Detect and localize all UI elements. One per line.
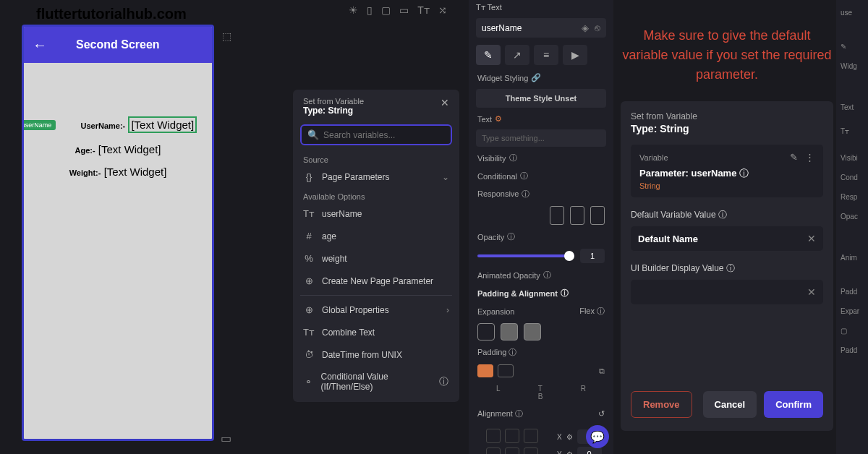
text-icon[interactable]: Tᴛ	[417, 4, 430, 16]
phone-icon[interactable]: ▯	[367, 4, 373, 16]
padding-row: Padding ⓘ	[469, 343, 613, 361]
x-label: X	[557, 433, 562, 441]
opacity-slider[interactable]	[477, 254, 574, 257]
tab-play[interactable]: ▶	[563, 45, 587, 65]
info-icon: ⓘ	[522, 189, 529, 198]
responsive-phone-toggle[interactable]	[550, 206, 564, 225]
align-ml[interactable]	[486, 447, 501, 454]
info-icon: ⓘ	[509, 348, 516, 356]
default-value-label: Default Variable Value ⓘ	[631, 209, 823, 221]
option-age[interactable]: #age	[293, 225, 459, 247]
field-label: Weight:-	[69, 168, 101, 177]
row-label: DateTime from UNIX	[322, 350, 402, 360]
available-header: Available Options	[293, 188, 459, 202]
desktop-icon[interactable]: ▭	[399, 4, 409, 16]
ui-display-label: UI Builder Display Value ⓘ	[631, 262, 823, 275]
var-icon[interactable]: ⚙	[566, 433, 573, 441]
diamond-icon[interactable]: ◈	[582, 22, 589, 33]
expansion-option-1[interactable]	[477, 323, 495, 340]
widget-name-input-wrap[interactable]: ◈⎋	[476, 18, 606, 38]
option-weight[interactable]: %weight	[293, 247, 459, 270]
branch-icon[interactable]: ⤭	[438, 4, 447, 16]
alignment-grid[interactable]	[477, 426, 547, 454]
option-username[interactable]: TᴛuserName	[293, 202, 459, 225]
clear-icon[interactable]: ✕	[807, 286, 816, 298]
tablet-icon[interactable]: ▢	[381, 4, 391, 16]
ui-display-input-wrap[interactable]: ✕	[631, 280, 823, 304]
alignment-row: Alignment ⓘ ↺	[469, 405, 613, 423]
tab-style[interactable]: ✎	[476, 45, 501, 65]
global-properties-row[interactable]: ⊕Global Properties›	[293, 299, 459, 321]
combine-text-row[interactable]: TᴛCombine Text	[293, 321, 459, 343]
text-widget-selected[interactable]: [Text Widget]	[128, 116, 197, 133]
sun-icon[interactable]: ☀	[349, 4, 358, 16]
row-label: Page Parameters	[322, 172, 389, 182]
slider-thumb[interactable]	[564, 251, 574, 261]
expansion-option-2[interactable]	[501, 323, 518, 340]
properties-panel: Tᴛ Text ◈⎋ ✎ ↗ ≡ ▶ Widget Styling🔗 Theme…	[469, 0, 613, 454]
page-parameters-row[interactable]: {} Page Parameters ⌄	[293, 166, 459, 188]
popup-subtitle: Set from Variable	[303, 97, 364, 106]
visibility-label: Visibilityⓘ	[469, 149, 613, 167]
conditional-label: Conditionalⓘ	[469, 167, 613, 185]
opacity-value[interactable]: 1	[580, 249, 605, 263]
search-wrap[interactable]: 🔍	[300, 124, 452, 145]
back-icon[interactable]: ←	[33, 37, 47, 53]
responsive-tablet-toggle[interactable]	[570, 206, 584, 225]
var-icon[interactable]: ⚙	[566, 450, 573, 455]
animated-opacity-label: Animated Opacityⓘ	[469, 266, 613, 284]
search-input[interactable]	[323, 130, 445, 140]
align-tc[interactable]	[505, 429, 519, 443]
popup-subtitle: Set from Variable	[631, 111, 823, 121]
align-tl[interactable]	[486, 429, 501, 443]
datetime-unix-row[interactable]: ⏱DateTime from UNIX	[293, 343, 459, 366]
link-icon[interactable]: ⬚	[222, 30, 231, 42]
more-icon[interactable]: ⋮	[805, 152, 814, 163]
ui-display-input[interactable]	[638, 287, 807, 298]
option-create-new[interactable]: ⊕Create New Page Parameter	[293, 270, 459, 292]
appbar: ← Second Screen	[24, 27, 212, 63]
link-icon[interactable]: 🔗	[531, 73, 541, 82]
tab-layout[interactable]: ≡	[534, 45, 558, 65]
copy-icon[interactable]: ⧉	[599, 367, 605, 376]
expansion-label: Expansion	[477, 307, 514, 316]
tab-actions[interactable]: ↗	[505, 45, 529, 65]
hash-icon: #	[303, 231, 315, 241]
row-label: Conditional Value (If/Then/Else)	[321, 372, 432, 392]
appbar-title: Second Screen	[76, 38, 160, 51]
default-value-input[interactable]	[638, 234, 807, 244]
info-icon: ⓘ	[726, 263, 735, 273]
option-label: weight	[322, 254, 347, 264]
export-icon[interactable]: ⎋	[595, 22, 600, 33]
expansion-option-3[interactable]	[524, 323, 541, 340]
padding-mode-individual[interactable]	[498, 364, 514, 377]
text-widget[interactable]: [Text Widget]	[104, 166, 167, 178]
padding-mode-all[interactable]	[477, 364, 493, 377]
help-chat-button[interactable]: 💬	[586, 425, 609, 448]
align-tr[interactable]	[524, 429, 538, 443]
cancel-button[interactable]: Cancel	[703, 391, 757, 418]
var-badge-icon[interactable]: ⚙	[495, 114, 502, 124]
confirm-button[interactable]: Confirm	[764, 391, 823, 418]
default-value-input-wrap[interactable]: ✕	[631, 226, 823, 251]
text-content-input[interactable]: Type something...	[476, 129, 606, 147]
phone-preview-area: ← Second Screen userName UserName:- [Tex…	[0, 0, 217, 454]
warning-annotation: Make sure to give the default variable v…	[622, 26, 832, 85]
close-icon[interactable]: ✕	[441, 97, 449, 116]
responsive-desktop-toggle[interactable]	[590, 206, 605, 225]
monitor-icon[interactable]: ▭	[221, 432, 231, 445]
option-label: Create New Page Parameter	[322, 276, 433, 286]
info-icon: ⓘ	[509, 153, 517, 163]
remove-button[interactable]: Remove	[631, 391, 692, 418]
edit-icon[interactable]: ✎	[790, 152, 798, 163]
theme-style-button[interactable]: Theme Style Unset	[476, 89, 606, 108]
align-mr[interactable]	[524, 447, 538, 454]
field-row-age: Age:- [Text Widget]	[38, 143, 197, 155]
conditional-value-row[interactable]: ⚬Conditional Value (If/Then/Else)ⓘ	[293, 366, 459, 398]
reset-icon[interactable]: ↺	[598, 409, 605, 419]
align-mc[interactable]	[505, 447, 519, 454]
widget-name-input[interactable]	[482, 23, 554, 33]
clear-icon[interactable]: ✕	[807, 233, 816, 244]
plus-icon: ⊕	[303, 275, 315, 286]
text-widget[interactable]: [Text Widget]	[98, 143, 161, 155]
